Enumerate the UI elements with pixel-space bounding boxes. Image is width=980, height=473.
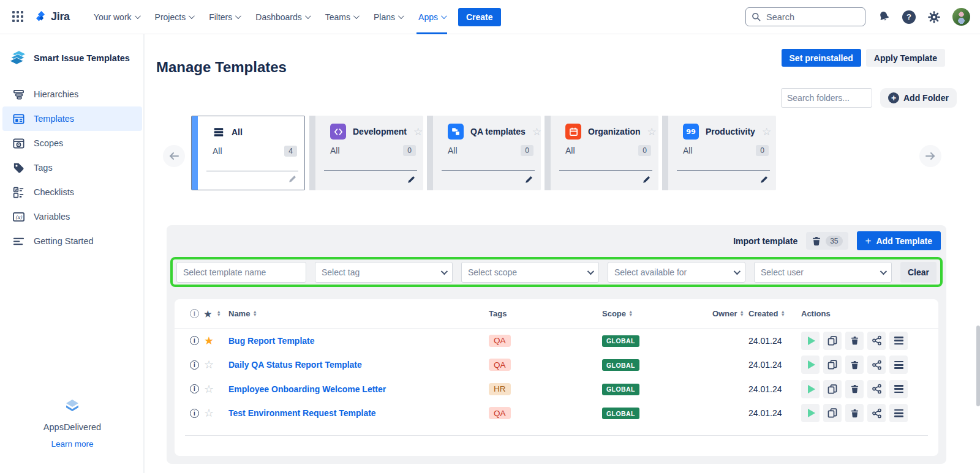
import-template-button[interactable]: Import template — [733, 236, 797, 246]
app-switcher-icon[interactable] — [11, 10, 24, 24]
row-menu-button[interactable] — [889, 332, 908, 350]
nav-item-projects[interactable]: Projects — [147, 0, 202, 34]
share-template-button[interactable] — [867, 404, 886, 422]
copy-template-button[interactable] — [823, 332, 842, 350]
edit-folder-pencil-icon[interactable] — [525, 175, 533, 186]
sidebar-item-tags[interactable]: Tags — [2, 155, 142, 180]
template-info-icon[interactable]: i — [190, 384, 199, 393]
folder-card-productivity[interactable]: 99 Productivity ☆ All 0 — [662, 116, 776, 190]
delete-template-button[interactable] — [845, 380, 864, 398]
chevron-down-icon — [189, 13, 195, 19]
folder-card-development[interactable]: Development ☆ All 0 — [309, 116, 423, 190]
copy-template-button[interactable] — [823, 380, 842, 398]
delete-template-button[interactable] — [845, 356, 864, 374]
add-template-button[interactable]: + Add Template — [857, 231, 941, 250]
chevron-down-icon — [135, 13, 141, 19]
share-icon — [872, 360, 882, 370]
filter-select-available-for[interactable]: Select available for — [608, 262, 745, 283]
sidebar-item-getting-started[interactable]: Getting Started — [2, 229, 142, 253]
delete-template-button[interactable] — [845, 404, 864, 422]
column-header-owner[interactable]: Owner ▲▼ — [712, 309, 748, 318]
column-header-scope[interactable]: Scope ▲▼ — [602, 309, 712, 318]
help-icon[interactable]: ? — [902, 10, 916, 24]
settings-gear-icon[interactable] — [926, 9, 942, 25]
folder-subtitle: All — [330, 146, 340, 155]
folder-star-icon[interactable]: ☆ — [413, 125, 423, 138]
favorite-star-icon[interactable]: ★ — [204, 335, 214, 346]
nav-item-plans[interactable]: Plans — [366, 0, 410, 34]
folder-card-qa-templates[interactable]: QA templates ☆ All 0 — [427, 116, 541, 190]
edit-folder-pencil-icon[interactable] — [760, 175, 769, 186]
user-avatar[interactable] — [952, 8, 970, 26]
copy-template-button[interactable] — [823, 356, 842, 374]
row-menu-button[interactable] — [889, 356, 908, 374]
sidebar-item-templates[interactable]: Templates — [2, 106, 142, 131]
scope-badge: GLOBAL — [602, 384, 639, 395]
favorite-star-icon[interactable]: ☆ — [204, 384, 214, 395]
set-preinstalled-button[interactable]: Set preinstalled — [782, 49, 861, 67]
template-info-icon[interactable]: i — [190, 360, 199, 370]
copy-template-button[interactable] — [823, 404, 842, 422]
template-name-link[interactable]: Daily QA Status Report Template — [228, 360, 362, 370]
folder-star-icon[interactable]: ☆ — [532, 125, 541, 138]
trash-bin-button[interactable]: 35 — [806, 232, 848, 250]
learn-more-link[interactable]: Learn more — [0, 439, 145, 449]
template-name-link[interactable]: Test Environment Request Template — [228, 408, 376, 418]
column-header-name[interactable]: Name ▲▼ — [228, 309, 489, 318]
folder-star-icon[interactable]: ☆ — [762, 125, 771, 138]
delete-template-button[interactable] — [845, 332, 864, 350]
filter-select-scope[interactable]: Select scope — [461, 262, 599, 283]
global-search[interactable] — [745, 7, 865, 26]
nav-item-filters[interactable]: Filters — [201, 0, 247, 34]
favorite-star-icon[interactable]: ☆ — [204, 408, 214, 419]
search-input[interactable] — [765, 12, 851, 23]
share-template-button[interactable] — [867, 356, 886, 374]
jira-logo[interactable]: Jira — [34, 10, 70, 24]
sort-icon[interactable]: ▲▼ — [217, 311, 221, 316]
sidebar-item-variables[interactable]: (x) Variables — [2, 204, 142, 229]
clear-filters-button[interactable]: Clear — [900, 262, 937, 283]
row-menu-button[interactable] — [889, 404, 908, 422]
favorite-star-icon[interactable]: ☆ — [204, 359, 214, 370]
carousel-right-arrow[interactable] — [919, 145, 941, 167]
filter-select-tag[interactable]: Select tag — [315, 262, 453, 283]
notifications-bell-icon[interactable] — [876, 9, 892, 25]
folder-star-icon[interactable]: ☆ — [647, 125, 657, 138]
create-button[interactable]: Create — [458, 8, 501, 26]
template-info-icon[interactable]: i — [190, 409, 199, 418]
nav-item-your-work[interactable]: Your work — [86, 0, 147, 34]
share-template-button[interactable] — [867, 380, 886, 398]
template-name-filter-input[interactable] — [176, 262, 306, 283]
carousel-left-arrow[interactable] — [163, 145, 185, 167]
column-header-created[interactable]: Created ▲▼ — [748, 309, 801, 318]
run-template-button[interactable] — [801, 332, 820, 350]
edit-folder-pencil-icon[interactable] — [288, 174, 297, 185]
template-info-icon[interactable]: i — [190, 336, 199, 345]
folder-card-all[interactable]: All ☆ All 4 — [191, 116, 305, 190]
sidebar-item-checklists[interactable]: Checklists — [2, 180, 142, 204]
nav-item-dashboards[interactable]: Dashboards — [247, 0, 317, 34]
share-template-button[interactable] — [867, 332, 886, 350]
menu-icon — [894, 361, 903, 369]
page-scrollbar[interactable] — [976, 326, 980, 406]
template-name-link[interactable]: Employee Onboarding Welcome Letter — [228, 384, 386, 394]
row-actions — [801, 356, 938, 374]
search-folders-input[interactable] — [781, 88, 872, 108]
edit-folder-pencil-icon[interactable] — [643, 175, 651, 186]
run-template-button[interactable] — [801, 380, 820, 398]
apply-template-button[interactable]: Apply Template — [866, 49, 945, 67]
sidebar-item-scopes[interactable]: Scopes — [2, 131, 142, 155]
run-template-button[interactable] — [801, 356, 820, 374]
run-template-button[interactable] — [801, 404, 820, 422]
edit-folder-pencil-icon[interactable] — [407, 175, 416, 186]
nav-item-teams[interactable]: Teams — [317, 0, 366, 34]
folder-card-organization[interactable]: Organization ☆ All 0 — [545, 116, 658, 190]
filter-select-user[interactable]: Select user — [754, 262, 892, 283]
folder-card-stripe — [309, 116, 315, 190]
row-menu-button[interactable] — [889, 380, 908, 398]
sidebar-item-icon — [12, 185, 26, 199]
nav-item-apps[interactable]: Apps — [410, 0, 453, 34]
template-name-link[interactable]: Bug Report Template — [228, 336, 315, 346]
sidebar-item-hierarchies[interactable]: Hierarchies — [2, 82, 142, 106]
add-folder-button[interactable]: + Add Folder — [880, 88, 957, 108]
